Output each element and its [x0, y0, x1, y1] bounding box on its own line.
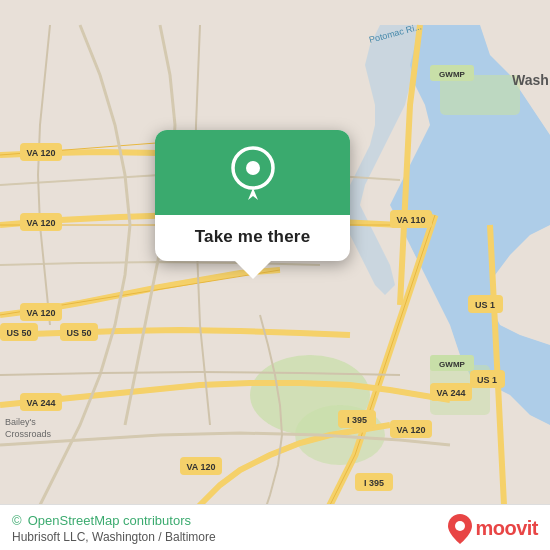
- cta-button-label[interactable]: Take me there: [195, 227, 311, 247]
- svg-text:VA 120: VA 120: [26, 308, 55, 318]
- map-container: VA 120 VA 120 VA 120 VA 120 VA 120 VA 11…: [0, 0, 550, 550]
- svg-text:VA 120: VA 120: [26, 218, 55, 228]
- svg-text:VA 244: VA 244: [26, 398, 55, 408]
- popup-pointer: [235, 261, 271, 279]
- svg-text:VA 120: VA 120: [186, 462, 215, 472]
- svg-text:VA 120: VA 120: [396, 425, 425, 435]
- svg-text:VA 110: VA 110: [396, 215, 425, 225]
- svg-text:US 50: US 50: [66, 328, 91, 338]
- location-pin-icon: [230, 146, 276, 200]
- svg-text:Bailey's: Bailey's: [5, 417, 36, 427]
- osm-attribution: OpenStreetMap contributors: [28, 513, 191, 528]
- svg-text:GWMP: GWMP: [439, 360, 465, 369]
- svg-point-42: [246, 161, 260, 175]
- copyright-text: © OpenStreetMap contributors: [12, 513, 216, 528]
- moovit-wordmark: moovit: [475, 517, 538, 540]
- svg-text:US 1: US 1: [475, 300, 495, 310]
- svg-text:I 395: I 395: [347, 415, 367, 425]
- svg-point-43: [455, 521, 465, 531]
- svg-text:US 50: US 50: [6, 328, 31, 338]
- map-background: VA 120 VA 120 VA 120 VA 120 VA 120 VA 11…: [0, 0, 550, 550]
- popup-header: [155, 130, 350, 215]
- svg-text:Wash: Wash: [512, 72, 549, 88]
- brand-label: Hubrisoft LLC, Washington / Baltimore: [12, 530, 216, 544]
- svg-text:VA 120: VA 120: [26, 148, 55, 158]
- svg-text:Crossroads: Crossroads: [5, 429, 52, 439]
- svg-text:US 1: US 1: [477, 375, 497, 385]
- moovit-logo: moovit: [448, 514, 538, 544]
- svg-text:GWMP: GWMP: [439, 70, 465, 79]
- bottom-bar: © OpenStreetMap contributors Hubrisoft L…: [0, 504, 550, 550]
- copyright-symbol: ©: [12, 513, 22, 528]
- svg-text:I 395: I 395: [364, 478, 384, 488]
- svg-text:VA 244: VA 244: [436, 388, 465, 398]
- moovit-pin-icon: [448, 514, 472, 544]
- location-popup[interactable]: Take me there: [155, 130, 350, 261]
